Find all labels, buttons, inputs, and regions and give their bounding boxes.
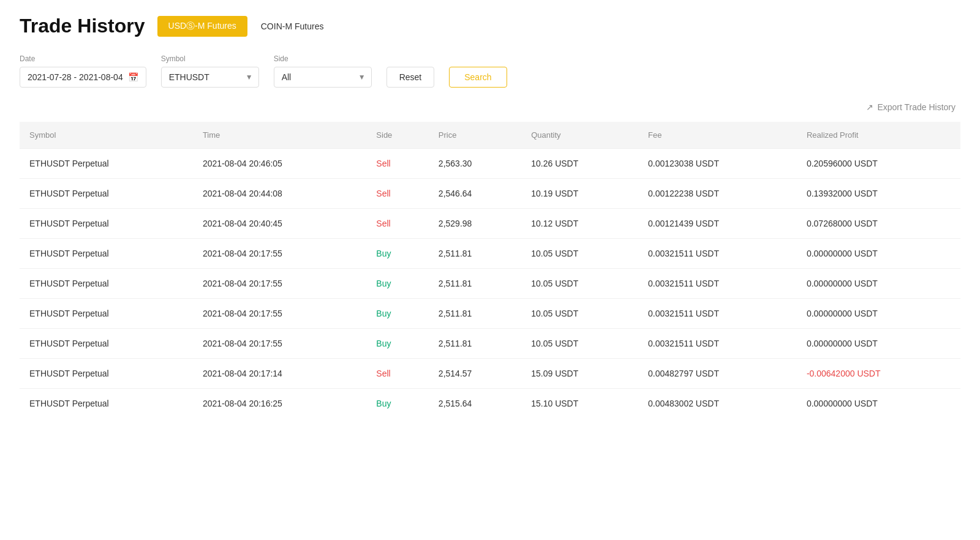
col-quantity: Quantity	[521, 122, 638, 149]
cell-symbol: ETHUSDT Perpetual	[20, 299, 193, 329]
cell-fee: 0.00123038 USDT	[638, 149, 797, 179]
cell-fee: 0.00321511 USDT	[638, 299, 797, 329]
cell-quantity: 15.09 USDT	[521, 359, 638, 389]
cell-side: Buy	[366, 269, 429, 299]
cell-realized-profit: 0.00000000 USDT	[797, 239, 960, 269]
trade-history-table: Symbol Time Side Price Quantity Fee Real…	[20, 122, 960, 418]
cell-fee: 0.00122238 USDT	[638, 179, 797, 209]
table-row: ETHUSDT Perpetual 2021-08-04 20:44:08 Se…	[20, 179, 960, 209]
cell-side: Buy	[366, 299, 429, 329]
cell-time: 2021-08-04 20:44:08	[193, 179, 366, 209]
date-value: 2021-07-28 - 2021-08-04	[28, 72, 123, 82]
cell-fee: 0.00321511 USDT	[638, 329, 797, 359]
cell-time: 2021-08-04 20:17:55	[193, 269, 366, 299]
cell-fee: 0.00121439 USDT	[638, 209, 797, 239]
col-fee: Fee	[638, 122, 797, 149]
cell-time: 2021-08-04 20:40:45	[193, 209, 366, 239]
cell-realized-profit: -0.00642000 USDT	[797, 359, 960, 389]
cell-realized-profit: 0.20596000 USDT	[797, 149, 960, 179]
cell-symbol: ETHUSDT Perpetual	[20, 329, 193, 359]
tab-usds-futures[interactable]: USDⓈ-M Futures	[157, 16, 247, 37]
cell-quantity: 10.05 USDT	[521, 329, 638, 359]
symbol-filter-group: Symbol ETHUSDT BTCUSDT ▼	[161, 54, 259, 88]
col-side: Side	[366, 122, 429, 149]
cell-side: Buy	[366, 329, 429, 359]
cell-time: 2021-08-04 20:16:25	[193, 389, 366, 419]
cell-price: 2,511.81	[429, 239, 521, 269]
cell-time: 2021-08-04 20:17:55	[193, 299, 366, 329]
tab-coin-futures[interactable]: COIN-M Futures	[250, 17, 335, 36]
cell-fee: 0.00483002 USDT	[638, 389, 797, 419]
symbol-select[interactable]: ETHUSDT BTCUSDT	[161, 67, 259, 88]
symbol-label: Symbol	[161, 54, 259, 63]
cell-symbol: ETHUSDT Perpetual	[20, 179, 193, 209]
cell-price: 2,563.30	[429, 149, 521, 179]
cell-price: 2,515.64	[429, 389, 521, 419]
table-row: ETHUSDT Perpetual 2021-08-04 20:17:55 Bu…	[20, 299, 960, 329]
col-price: Price	[429, 122, 521, 149]
cell-quantity: 10.05 USDT	[521, 269, 638, 299]
export-label: Export Trade History	[877, 102, 956, 112]
search-button[interactable]: Search	[449, 67, 507, 88]
cell-price: 2,511.81	[429, 329, 521, 359]
cell-symbol: ETHUSDT Perpetual	[20, 269, 193, 299]
cell-fee: 0.00321511 USDT	[638, 269, 797, 299]
col-symbol: Symbol	[20, 122, 193, 149]
cell-realized-profit: 0.00000000 USDT	[797, 329, 960, 359]
col-realized-profit: Realized Profit	[797, 122, 960, 149]
cell-realized-profit: 0.00000000 USDT	[797, 389, 960, 419]
table-row: ETHUSDT Perpetual 2021-08-04 20:17:55 Bu…	[20, 239, 960, 269]
cell-quantity: 10.19 USDT	[521, 179, 638, 209]
side-filter-group: Side All Buy Sell ▼	[274, 54, 372, 88]
export-button[interactable]: ↗︎ Export Trade History	[866, 102, 956, 112]
table-row: ETHUSDT Perpetual 2021-08-04 20:16:25 Bu…	[20, 389, 960, 419]
cell-quantity: 10.26 USDT	[521, 149, 638, 179]
tab-group: USDⓈ-M Futures COIN-M Futures	[157, 16, 335, 37]
cell-realized-profit: 0.13932000 USDT	[797, 179, 960, 209]
cell-quantity: 15.10 USDT	[521, 389, 638, 419]
side-select-wrapper: All Buy Sell ▼	[274, 67, 372, 88]
date-input[interactable]: 2021-07-28 - 2021-08-04 📅	[20, 67, 146, 88]
cell-side: Buy	[366, 239, 429, 269]
cell-time: 2021-08-04 20:17:55	[193, 239, 366, 269]
cell-symbol: ETHUSDT Perpetual	[20, 389, 193, 419]
cell-quantity: 10.05 USDT	[521, 239, 638, 269]
table-row: ETHUSDT Perpetual 2021-08-04 20:40:45 Se…	[20, 209, 960, 239]
cell-side: Sell	[366, 209, 429, 239]
cell-price: 2,514.57	[429, 359, 521, 389]
cell-time: 2021-08-04 20:46:05	[193, 149, 366, 179]
cell-realized-profit: 0.00000000 USDT	[797, 269, 960, 299]
cell-side: Sell	[366, 179, 429, 209]
cell-quantity: 10.12 USDT	[521, 209, 638, 239]
date-filter-group: Date 2021-07-28 - 2021-08-04 📅	[20, 54, 146, 88]
side-select[interactable]: All Buy Sell	[274, 67, 372, 88]
cell-symbol: ETHUSDT Perpetual	[20, 239, 193, 269]
col-time: Time	[193, 122, 366, 149]
table-row: ETHUSDT Perpetual 2021-08-04 20:17:14 Se…	[20, 359, 960, 389]
reset-button[interactable]: Reset	[386, 67, 435, 88]
cell-side: Buy	[366, 389, 429, 419]
cell-fee: 0.00482797 USDT	[638, 359, 797, 389]
cell-time: 2021-08-04 20:17:55	[193, 329, 366, 359]
cell-realized-profit: 0.00000000 USDT	[797, 299, 960, 329]
cell-quantity: 10.05 USDT	[521, 299, 638, 329]
symbol-select-wrapper: ETHUSDT BTCUSDT ▼	[161, 67, 259, 88]
cell-fee: 0.00321511 USDT	[638, 239, 797, 269]
cell-symbol: ETHUSDT Perpetual	[20, 149, 193, 179]
page-title: Trade History	[20, 15, 145, 37]
cell-realized-profit: 0.07268000 USDT	[797, 209, 960, 239]
cell-symbol: ETHUSDT Perpetual	[20, 209, 193, 239]
table-row: ETHUSDT Perpetual 2021-08-04 20:46:05 Se…	[20, 149, 960, 179]
table-header-row: Symbol Time Side Price Quantity Fee Real…	[20, 122, 960, 149]
cell-price: 2,529.98	[429, 209, 521, 239]
table-row: ETHUSDT Perpetual 2021-08-04 20:17:55 Bu…	[20, 269, 960, 299]
calendar-icon: 📅	[128, 72, 138, 82]
table-row: ETHUSDT Perpetual 2021-08-04 20:17:55 Bu…	[20, 329, 960, 359]
cell-price: 2,511.81	[429, 299, 521, 329]
cell-symbol: ETHUSDT Perpetual	[20, 359, 193, 389]
filters-row: Date 2021-07-28 - 2021-08-04 📅 Symbol ET…	[20, 54, 960, 88]
cell-side: Sell	[366, 149, 429, 179]
date-label: Date	[20, 54, 146, 63]
export-icon: ↗︎	[866, 102, 873, 112]
cell-side: Sell	[366, 359, 429, 389]
